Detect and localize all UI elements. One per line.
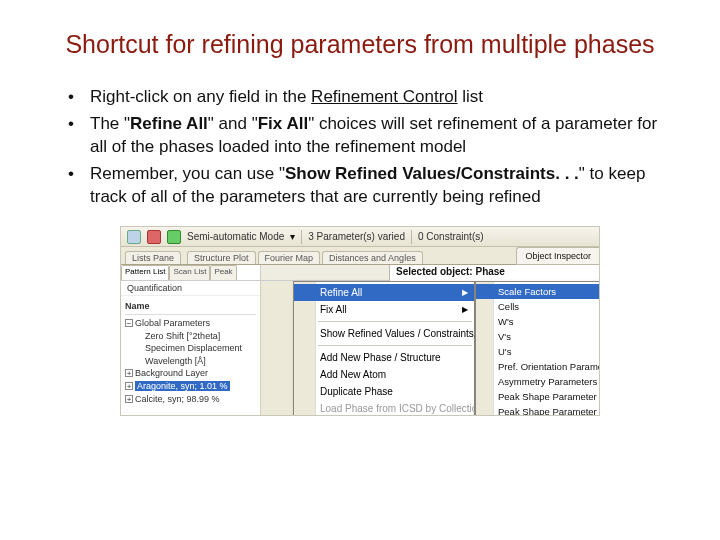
menu-refine-all[interactable]: Refine All▶	[294, 284, 474, 301]
toolbar-mode: Semi-automatic Mode	[187, 231, 284, 242]
toolbar-icon[interactable]	[167, 230, 181, 244]
bullet-list: Right-click on any field in the Refineme…	[48, 86, 672, 209]
slide-title: Shortcut for refining parameters from mu…	[48, 28, 672, 62]
quantification-label: Quantification	[121, 281, 260, 296]
tree-wavelength[interactable]: Wavelength [Å]	[125, 355, 256, 368]
refinement-tree: Name −Global Parameters Zero Shift [°2th…	[121, 296, 260, 409]
screenshot-panel: Semi-automatic Mode ▾ 3 Parameter(s) var…	[120, 226, 600, 416]
menu-duplicate-phase[interactable]: Duplicate Phase	[294, 383, 474, 400]
sub-vs[interactable]: V's	[476, 329, 600, 344]
tree-zero-shift[interactable]: Zero Shift [°2theta]	[125, 330, 256, 343]
tree-calcite[interactable]: +Calcite, syn; 98.99 %	[125, 393, 256, 406]
tab-structure-plot[interactable]: Structure Plot	[187, 251, 256, 264]
menu-add-atom[interactable]: Add New Atom	[294, 366, 474, 383]
toolbar-params: 3 Parameter(s) varied	[308, 231, 405, 242]
tab-scan-list[interactable]: Scan List	[169, 265, 210, 280]
sub-peak-shape-1[interactable]: Peak Shape Parameter 1's	[476, 389, 600, 404]
bullet-3: Remember, you can use "Show Refined Valu…	[68, 163, 672, 209]
chevron-right-icon: ▶	[462, 288, 468, 297]
chevron-right-icon: ▶	[462, 305, 468, 314]
toolbar-icon[interactable]	[127, 230, 141, 244]
selected-object-bar: Selected object: Phase	[389, 265, 599, 281]
submenu-refine-all: Scale Factors Cells W's V's U's Pref. Or…	[475, 281, 600, 416]
bullet-2: The "Refine All" and "Fix All" choices w…	[68, 113, 672, 159]
tree-specimen-disp[interactable]: Specimen Displacement	[125, 342, 256, 355]
toolbar-constraints: 0 Constraint(s)	[418, 231, 484, 242]
tree-background[interactable]: +Background Layer	[125, 367, 256, 380]
tab-distances[interactable]: Distances and Angles	[322, 251, 423, 264]
tab-pattern-list[interactable]: Pattern List	[121, 265, 169, 280]
menu-load-icsd: Load Phase from ICSD by Collection Code.…	[294, 400, 474, 416]
tab-lists-pane[interactable]: Lists Pane	[125, 251, 181, 264]
bullet-1: Right-click on any field in the Refineme…	[68, 86, 672, 109]
menu-show-refined[interactable]: Show Refined Values / Constraints...	[294, 325, 474, 342]
sub-pref-orientation[interactable]: Pref. Orientation Parameters	[476, 359, 600, 374]
sub-asymmetry[interactable]: Asymmetry Parameters	[476, 374, 600, 389]
tab-object-inspector[interactable]: Object Inspector	[516, 247, 599, 265]
tab-fourier-map[interactable]: Fourier Map	[258, 251, 321, 264]
sub-cells[interactable]: Cells	[476, 299, 600, 314]
tree-global[interactable]: −Global Parameters	[125, 317, 256, 330]
tab-peak[interactable]: Peak	[210, 265, 236, 280]
app-toolbar: Semi-automatic Mode ▾ 3 Parameter(s) var…	[121, 227, 599, 247]
sub-scale-factors[interactable]: Scale Factors	[476, 284, 600, 299]
sub-peak-shape-2[interactable]: Peak Shape Parameter 2's	[476, 404, 600, 416]
menu-add-phase[interactable]: Add New Phase / Structure	[294, 349, 474, 366]
toolbar-icon[interactable]	[147, 230, 161, 244]
left-pane: Pattern List Scan List Peak Quantificati…	[121, 265, 261, 415]
tree-aragonite[interactable]: +Aragonite, syn; 1.01 %	[125, 380, 256, 393]
sub-us[interactable]: U's	[476, 344, 600, 359]
sub-ws[interactable]: W's	[476, 314, 600, 329]
context-menu: Refine All▶ Fix All▶ Show Refined Values…	[293, 281, 475, 416]
menu-fix-all[interactable]: Fix All▶	[294, 301, 474, 318]
